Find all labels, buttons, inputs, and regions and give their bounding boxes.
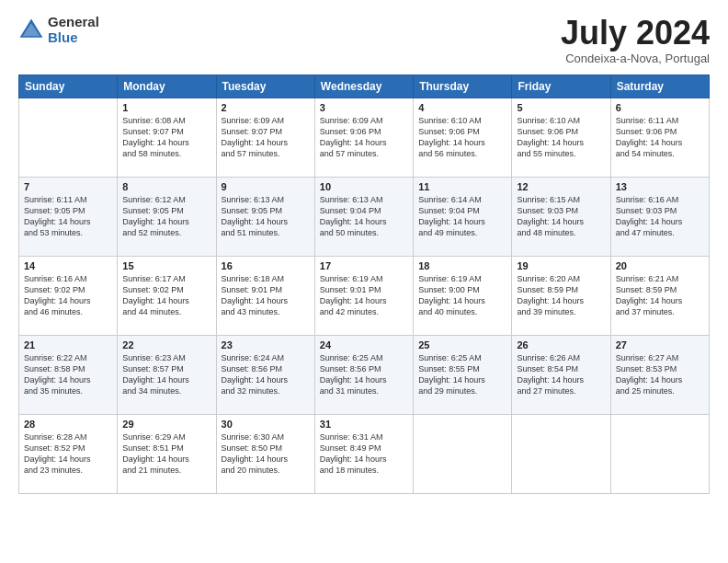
calendar-week-4: 21Sunrise: 6:22 AMSunset: 8:58 PMDayligh… xyxy=(19,335,710,414)
header: General Blue July 2024 Condeixa-a-Nova, … xyxy=(18,15,710,65)
day-number: 28 xyxy=(24,419,112,430)
day-number: 5 xyxy=(517,102,605,113)
day-info: Sunrise: 6:25 AMSunset: 8:56 PMDaylight:… xyxy=(320,352,408,397)
day-info: Sunrise: 6:21 AMSunset: 8:59 PMDaylight:… xyxy=(616,273,704,318)
day-info: Sunrise: 6:30 AMSunset: 8:50 PMDaylight:… xyxy=(222,431,310,477)
day-info: Sunrise: 6:16 AMSunset: 9:02 PMDaylight:… xyxy=(24,273,112,318)
logo-general: General xyxy=(48,15,99,30)
day-number: 30 xyxy=(222,419,310,430)
day-number: 19 xyxy=(517,260,605,271)
calendar-cell: 22Sunrise: 6:23 AMSunset: 8:57 PMDayligh… xyxy=(118,335,216,414)
day-info: Sunrise: 6:18 AMSunset: 9:01 PMDaylight:… xyxy=(222,273,310,318)
calendar-cell: 27Sunrise: 6:27 AMSunset: 8:53 PMDayligh… xyxy=(610,335,709,414)
day-number: 9 xyxy=(222,181,310,192)
calendar-cell: 10Sunrise: 6:13 AMSunset: 9:04 PMDayligh… xyxy=(314,177,413,256)
calendar-cell: 2Sunrise: 6:09 AMSunset: 9:07 PMDaylight… xyxy=(216,98,314,177)
calendar-cell: 23Sunrise: 6:24 AMSunset: 8:56 PMDayligh… xyxy=(216,335,314,414)
calendar-cell: 4Sunrise: 6:10 AMSunset: 9:06 PMDaylight… xyxy=(414,98,512,177)
day-number: 24 xyxy=(320,339,408,350)
calendar-cell: 19Sunrise: 6:20 AMSunset: 8:59 PMDayligh… xyxy=(512,256,610,335)
month-title: July 2024 xyxy=(561,15,710,52)
logo-text: General Blue xyxy=(48,15,99,45)
day-info: Sunrise: 6:09 AMSunset: 9:07 PMDaylight:… xyxy=(222,115,310,160)
day-info: Sunrise: 6:31 AMSunset: 8:49 PMDaylight:… xyxy=(320,431,408,477)
day-number: 29 xyxy=(122,419,210,430)
day-number: 11 xyxy=(418,181,506,192)
calendar-week-3: 14Sunrise: 6:16 AMSunset: 9:02 PMDayligh… xyxy=(19,256,710,335)
day-number: 13 xyxy=(616,181,704,192)
day-info: Sunrise: 6:15 AMSunset: 9:03 PMDaylight:… xyxy=(517,194,605,239)
day-number: 12 xyxy=(517,181,605,192)
calendar-cell: 31Sunrise: 6:31 AMSunset: 8:49 PMDayligh… xyxy=(314,414,413,493)
calendar-cell xyxy=(512,414,610,493)
day-info: Sunrise: 6:14 AMSunset: 9:04 PMDaylight:… xyxy=(418,194,506,239)
day-number: 8 xyxy=(122,181,210,192)
day-number: 15 xyxy=(122,260,210,271)
day-info: Sunrise: 6:29 AMSunset: 8:51 PMDaylight:… xyxy=(122,431,210,477)
day-info: Sunrise: 6:25 AMSunset: 8:55 PMDaylight:… xyxy=(418,352,506,397)
calendar-header-sunday: Sunday xyxy=(19,75,118,98)
day-info: Sunrise: 6:09 AMSunset: 9:06 PMDaylight:… xyxy=(320,115,408,160)
title-block: July 2024 Condeixa-a-Nova, Portugal xyxy=(561,15,710,65)
day-info: Sunrise: 6:23 AMSunset: 8:57 PMDaylight:… xyxy=(122,352,210,397)
day-number: 20 xyxy=(616,260,704,271)
calendar-header-thursday: Thursday xyxy=(414,75,512,98)
calendar-cell: 16Sunrise: 6:18 AMSunset: 9:01 PMDayligh… xyxy=(216,256,314,335)
logo-icon xyxy=(18,17,44,43)
calendar-cell xyxy=(414,414,512,493)
day-number: 7 xyxy=(24,181,112,192)
day-number: 25 xyxy=(418,339,506,350)
calendar-cell: 24Sunrise: 6:25 AMSunset: 8:56 PMDayligh… xyxy=(314,335,413,414)
calendar-cell: 28Sunrise: 6:28 AMSunset: 8:52 PMDayligh… xyxy=(19,414,118,493)
calendar-cell xyxy=(19,98,118,177)
day-number: 23 xyxy=(222,339,310,350)
day-info: Sunrise: 6:10 AMSunset: 9:06 PMDaylight:… xyxy=(418,115,506,160)
page: General Blue July 2024 Condeixa-a-Nova, … xyxy=(0,0,728,563)
day-info: Sunrise: 6:13 AMSunset: 9:05 PMDaylight:… xyxy=(222,194,310,239)
day-number: 21 xyxy=(24,339,112,350)
calendar-cell: 9Sunrise: 6:13 AMSunset: 9:05 PMDaylight… xyxy=(216,177,314,256)
calendar-cell: 30Sunrise: 6:30 AMSunset: 8:50 PMDayligh… xyxy=(216,414,314,493)
day-info: Sunrise: 6:19 AMSunset: 9:00 PMDaylight:… xyxy=(418,273,506,318)
day-info: Sunrise: 6:11 AMSunset: 9:05 PMDaylight:… xyxy=(24,194,112,239)
day-info: Sunrise: 6:22 AMSunset: 8:58 PMDaylight:… xyxy=(24,352,112,397)
day-number: 27 xyxy=(616,339,704,350)
day-number: 16 xyxy=(222,260,310,271)
calendar-week-2: 7Sunrise: 6:11 AMSunset: 9:05 PMDaylight… xyxy=(19,177,710,256)
location: Condeixa-a-Nova, Portugal xyxy=(561,52,710,65)
day-number: 18 xyxy=(418,260,506,271)
day-number: 10 xyxy=(320,181,408,192)
calendar-cell: 25Sunrise: 6:25 AMSunset: 8:55 PMDayligh… xyxy=(414,335,512,414)
calendar-cell: 17Sunrise: 6:19 AMSunset: 9:01 PMDayligh… xyxy=(314,256,413,335)
calendar-cell: 6Sunrise: 6:11 AMSunset: 9:06 PMDaylight… xyxy=(610,98,709,177)
day-info: Sunrise: 6:17 AMSunset: 9:02 PMDaylight:… xyxy=(122,273,210,318)
calendar-cell: 14Sunrise: 6:16 AMSunset: 9:02 PMDayligh… xyxy=(19,256,118,335)
day-info: Sunrise: 6:16 AMSunset: 9:03 PMDaylight:… xyxy=(616,194,704,239)
calendar-week-5: 28Sunrise: 6:28 AMSunset: 8:52 PMDayligh… xyxy=(19,414,710,493)
day-info: Sunrise: 6:24 AMSunset: 8:56 PMDaylight:… xyxy=(222,352,310,397)
day-info: Sunrise: 6:08 AMSunset: 9:07 PMDaylight:… xyxy=(122,115,210,160)
day-number: 4 xyxy=(418,102,506,113)
day-info: Sunrise: 6:27 AMSunset: 8:53 PMDaylight:… xyxy=(616,352,704,397)
calendar-cell: 13Sunrise: 6:16 AMSunset: 9:03 PMDayligh… xyxy=(610,177,709,256)
calendar-header-row: SundayMondayTuesdayWednesdayThursdayFrid… xyxy=(19,75,710,98)
day-number: 22 xyxy=(122,339,210,350)
calendar-cell: 12Sunrise: 6:15 AMSunset: 9:03 PMDayligh… xyxy=(512,177,610,256)
day-number: 14 xyxy=(24,260,112,271)
calendar-header-friday: Friday xyxy=(512,75,610,98)
calendar-cell: 21Sunrise: 6:22 AMSunset: 8:58 PMDayligh… xyxy=(19,335,118,414)
calendar-cell: 7Sunrise: 6:11 AMSunset: 9:05 PMDaylight… xyxy=(19,177,118,256)
day-info: Sunrise: 6:10 AMSunset: 9:06 PMDaylight:… xyxy=(517,115,605,160)
day-number: 17 xyxy=(320,260,408,271)
calendar-header-tuesday: Tuesday xyxy=(216,75,314,98)
calendar-cell: 18Sunrise: 6:19 AMSunset: 9:00 PMDayligh… xyxy=(414,256,512,335)
calendar-cell: 8Sunrise: 6:12 AMSunset: 9:05 PMDaylight… xyxy=(118,177,216,256)
calendar-week-1: 1Sunrise: 6:08 AMSunset: 9:07 PMDaylight… xyxy=(19,98,710,177)
day-info: Sunrise: 6:12 AMSunset: 9:05 PMDaylight:… xyxy=(122,194,210,239)
calendar-cell: 26Sunrise: 6:26 AMSunset: 8:54 PMDayligh… xyxy=(512,335,610,414)
day-info: Sunrise: 6:20 AMSunset: 8:59 PMDaylight:… xyxy=(517,273,605,318)
day-number: 2 xyxy=(222,102,310,113)
calendar-header-monday: Monday xyxy=(118,75,216,98)
calendar-header-saturday: Saturday xyxy=(610,75,709,98)
calendar-cell: 1Sunrise: 6:08 AMSunset: 9:07 PMDaylight… xyxy=(118,98,216,177)
